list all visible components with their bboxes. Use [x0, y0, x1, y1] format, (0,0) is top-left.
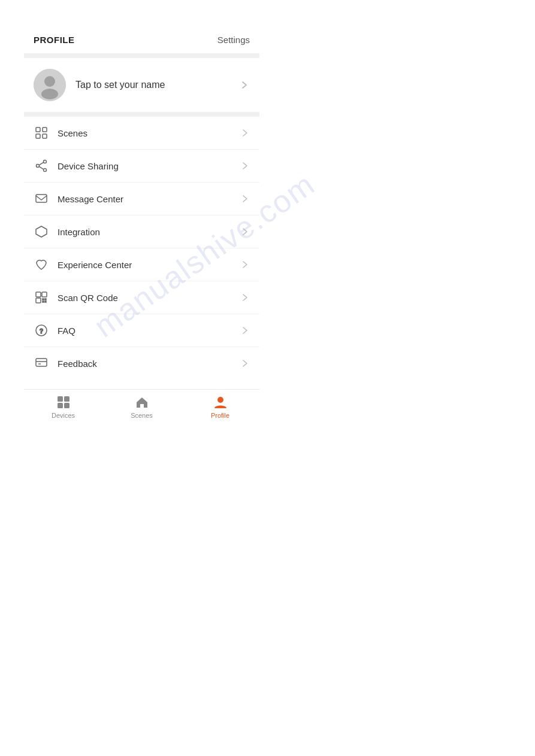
feedback-icon	[34, 356, 49, 371]
svg-rect-27	[58, 403, 63, 408]
device-sharing-label: Device Sharing	[58, 161, 240, 171]
avatar	[34, 69, 66, 101]
settings-button[interactable]: Settings	[217, 35, 250, 45]
profile-nav-icon	[213, 394, 228, 410]
devices-nav-icon	[56, 394, 71, 410]
devices-nav-label: Devices	[52, 412, 75, 419]
bottom-nav: Devices Scenes Profile	[24, 389, 259, 425]
menu-item-scan-qr[interactable]: Scan QR Code	[24, 281, 259, 314]
svg-rect-26	[64, 396, 69, 402]
faq-chevron-icon	[240, 326, 250, 335]
svg-point-29	[217, 397, 223, 403]
svg-rect-15	[36, 298, 41, 303]
device-sharing-chevron-icon	[240, 161, 250, 171]
profile-nav-label: Profile	[211, 412, 229, 419]
scan-qr-label: Scan QR Code	[58, 293, 240, 303]
nav-item-profile[interactable]: Profile	[181, 394, 259, 419]
faq-label: FAQ	[58, 326, 240, 336]
faq-icon: ?	[34, 323, 49, 338]
svg-point-7	[44, 160, 47, 163]
svg-rect-5	[36, 134, 40, 138]
message-center-chevron-icon	[240, 194, 250, 204]
svg-text:?: ?	[40, 328, 43, 335]
svg-rect-17	[45, 299, 46, 300]
experience-center-chevron-icon	[240, 260, 250, 269]
svg-point-2	[41, 89, 58, 99]
page-title: PROFILE	[34, 35, 75, 45]
integration-icon	[34, 224, 49, 239]
menu-item-message-center[interactable]: Message Center	[24, 182, 259, 215]
scenes-nav-icon	[134, 394, 150, 410]
menu-item-experience-center[interactable]: Experience Center	[24, 248, 259, 281]
svg-rect-28	[64, 403, 69, 408]
nav-item-devices[interactable]: Devices	[24, 394, 102, 419]
menu-item-device-sharing[interactable]: Device Sharing	[24, 149, 259, 182]
profile-chevron-icon	[239, 80, 250, 90]
svg-rect-25	[58, 396, 63, 402]
svg-line-11	[39, 166, 44, 169]
nav-item-scenes[interactable]: Scenes	[102, 394, 181, 419]
svg-point-1	[44, 76, 55, 87]
profile-name-text: Tap to set your name	[75, 80, 239, 90]
integration-chevron-icon	[240, 227, 250, 236]
app-container: PROFILE Settings Tap to set your name	[24, 24, 259, 425]
mid-divider	[24, 112, 259, 117]
experience-center-label: Experience Center	[58, 260, 240, 270]
profile-row[interactable]: Tap to set your name	[24, 58, 259, 112]
integration-label: Integration	[58, 227, 240, 237]
menu-item-integration[interactable]: Integration	[24, 215, 259, 248]
svg-rect-3	[36, 127, 40, 132]
svg-rect-22	[36, 359, 47, 366]
device-sharing-icon	[34, 158, 49, 174]
experience-center-icon	[34, 257, 49, 272]
message-center-icon	[34, 191, 49, 207]
svg-point-8	[44, 169, 47, 172]
svg-rect-19	[45, 301, 46, 302]
message-center-label: Message Center	[58, 194, 240, 204]
svg-rect-14	[42, 292, 47, 297]
feedback-label: Feedback	[58, 359, 240, 369]
svg-rect-12	[36, 195, 47, 202]
scan-qr-chevron-icon	[240, 293, 250, 302]
menu-item-feedback[interactable]: Feedback	[24, 347, 259, 379]
feedback-chevron-icon	[240, 359, 250, 368]
scenes-nav-label: Scenes	[131, 412, 153, 419]
svg-point-9	[37, 165, 40, 168]
svg-rect-13	[36, 292, 41, 297]
svg-rect-18	[43, 301, 44, 302]
menu-item-scenes[interactable]: Scenes	[24, 117, 259, 149]
menu-list: Scenes Device Sharing	[24, 117, 259, 379]
svg-rect-6	[43, 134, 47, 138]
scenes-chevron-icon	[240, 128, 250, 138]
header: PROFILE Settings	[24, 24, 259, 53]
svg-line-10	[39, 162, 44, 165]
scan-qr-icon	[34, 290, 49, 305]
svg-rect-4	[43, 127, 47, 132]
svg-rect-16	[43, 299, 44, 300]
scenes-label: Scenes	[58, 128, 240, 138]
scenes-icon	[34, 125, 49, 141]
top-divider	[24, 53, 259, 58]
menu-item-faq[interactable]: ? FAQ	[24, 314, 259, 347]
